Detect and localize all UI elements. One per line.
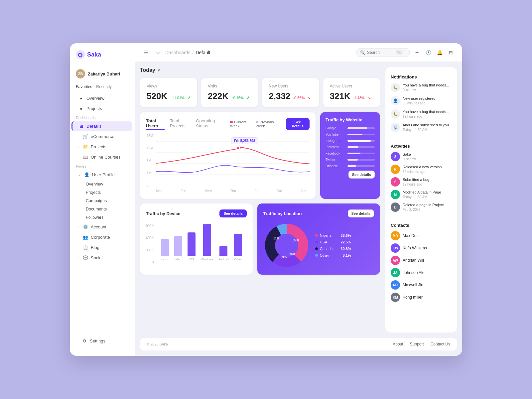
copyright: © 2023 Saka — [147, 342, 168, 346]
contact-3[interactable]: JA Johnson Ale — [391, 268, 452, 277]
traffic-see-details-btn[interactable]: See details — [348, 171, 375, 179]
activity-avatar-4: D — [391, 202, 400, 212]
tab-total-users[interactable]: Total Users — [146, 118, 165, 130]
tab-operating-status[interactable]: Operating Status — [196, 118, 222, 130]
sidebar-toggle-btn[interactable]: ☰ — [141, 48, 151, 57]
contacts-title: Contacts — [391, 223, 452, 228]
notifications-btn[interactable]: 🔔 — [435, 48, 444, 57]
contact-1[interactable]: KW Kofo Williams — [391, 243, 452, 253]
activity-time-4: Feb 2, 2023 — [403, 208, 444, 211]
sidebar-item-projects-fav[interactable]: ● Projects — [72, 104, 132, 113]
footer-about[interactable]: About — [393, 342, 403, 346]
book-icon: 📖 — [83, 155, 88, 160]
footer-support[interactable]: Support — [410, 342, 424, 346]
sidebar-item-overview[interactable]: ● Overview — [72, 93, 132, 103]
bar-ios: iOS — [188, 232, 196, 261]
sidebar-item-up-overview[interactable]: Overview — [82, 180, 132, 188]
notif-1: 👤 New user registered 59 minutes ago — [391, 96, 452, 105]
chart-tooltip: Fri: 5,256,598 — [231, 137, 258, 144]
activity-text-1: Released a new version — [403, 165, 442, 169]
dot-icon: ● — [78, 106, 84, 111]
footer-links: About Support Contact Us — [393, 342, 450, 346]
sidebar-item-ecommerce[interactable]: › 🛒 eCommerce — [72, 132, 132, 141]
tab-total-projects[interactable]: Total Projects — [170, 118, 191, 130]
location-see-details-btn[interactable]: See details — [348, 209, 374, 217]
activity-avatar-1: R — [391, 165, 400, 174]
gear-icon: ⚙ — [82, 338, 87, 343]
contact-avatar-0: MD — [391, 231, 400, 240]
location-title: Traffic by Location — [263, 211, 302, 216]
activity-text-0: Saka — [403, 152, 416, 157]
traffic-row-facebook: Facebook — [326, 152, 375, 155]
activity-4: D Deleted a page in Project Feb 2, 2023 — [391, 202, 452, 212]
sidebar-item-online-courses[interactable]: › 📖 Online Courses — [72, 152, 132, 162]
chart-header: Total Users Total Projects Operating Sta… — [146, 118, 310, 130]
sidebar-item-default[interactable]: ⊞ Default — [71, 121, 132, 131]
user-profile-sub: Overview Projects Campaigns Documents Fo… — [70, 180, 135, 222]
sidebar-item-up-projects[interactable]: Projects — [82, 189, 132, 197]
stat-value-visits: 222K +9.15% ↗ — [208, 91, 251, 101]
location-header: Traffic by Location See details — [263, 209, 374, 217]
layout-btn[interactable]: ⊟ — [446, 48, 456, 57]
sidebar-item-user-profile[interactable]: ∨ 👤 User Profile — [72, 170, 132, 180]
breadcrumb-parent[interactable]: Dashboards — [165, 50, 191, 55]
activity-1: R Released a new version 59 minutes ago — [391, 165, 452, 174]
sidebar-item-corporate[interactable]: › 👥 Corporate — [72, 232, 132, 242]
pages-label: Pages — [70, 162, 135, 170]
star-btn[interactable]: ☆ — [153, 48, 163, 57]
stat-label-visits: Visits — [208, 84, 251, 88]
sidebar-item-projects[interactable]: › 📁 Projects — [72, 142, 132, 152]
chart-more-btn[interactable]: ··· — [281, 121, 286, 127]
activity-avatar-2: S — [391, 177, 400, 187]
contact-avatar-2: AW — [391, 256, 400, 265]
contact-0[interactable]: MD Max Don — [391, 231, 452, 240]
user-icon: 👤 — [84, 172, 89, 177]
sidebar-item-settings[interactable]: ⚙ Settings — [76, 336, 129, 346]
traffic-row-google: Google — [326, 126, 375, 130]
notif-time-0: Just now — [403, 88, 449, 92]
activity-0: S Saka Just now — [391, 152, 452, 161]
sidebar-item-blog[interactable]: › 📋 Blog — [72, 243, 132, 252]
search-input[interactable] — [367, 50, 394, 55]
contact-avatar-5: KM — [391, 293, 400, 302]
see-details-btn[interactable]: See details — [286, 118, 310, 130]
chart-legend: Current Week Previous Week — [230, 120, 279, 128]
stat-label-active-users: Active Users — [330, 84, 373, 88]
sidebar-item-up-campaigns[interactable]: Campaigns — [82, 197, 132, 205]
device-see-details-btn[interactable]: See details — [219, 209, 246, 217]
settings-section: ⚙ Settings — [70, 333, 135, 349]
sidebar-item-up-followers[interactable]: Followers — [82, 213, 132, 221]
bug-icon-2: 🐛 — [391, 109, 400, 119]
user-profile[interactable]: ZB Zakariya Buhari — [70, 66, 135, 82]
legend-dot-current — [230, 121, 233, 123]
svg-text:39%: 39% — [281, 255, 287, 259]
notif-text-1: New user registered — [403, 96, 435, 101]
donut-svg: 11% 24% 39% 26% — [263, 222, 310, 269]
tab-favorites[interactable]: Favorites — [76, 84, 92, 89]
chevron-icon: › — [78, 256, 79, 260]
stat-value-views: 520K +11.01% ↗ — [147, 91, 191, 101]
tab-recently[interactable]: Recently — [96, 84, 112, 89]
sidebar: Saka ZB Zakariya Buhari Favorites Recent… — [70, 43, 135, 356]
footer-contact[interactable]: Contact Us — [431, 342, 450, 346]
bottom-row: Traffic by Device See details 900K600K30… — [140, 203, 380, 275]
sidebar-item-up-documents[interactable]: Documents — [82, 205, 132, 213]
logo-icon — [76, 50, 85, 59]
theme-toggle-btn[interactable]: ☀ — [412, 48, 422, 57]
today-arrow[interactable]: ∨ — [157, 68, 160, 72]
search-icon: 🔍 — [360, 50, 365, 55]
bar-chart-container: 900K600K300K0 Linux Mac — [146, 221, 247, 264]
search-box: 🔍 ⌘/ — [356, 48, 410, 57]
activity-avatar-0: S — [391, 152, 400, 161]
notif-text-3: Andi Lane subscribed to you — [403, 123, 449, 127]
contact-5[interactable]: KM Kong miller — [391, 293, 452, 302]
traffic-row-youtube: YouTube — [326, 133, 375, 136]
contact-2[interactable]: AW Andrian Will — [391, 256, 452, 265]
contact-4[interactable]: MJ Maxwell Jin — [391, 280, 452, 290]
traffic-website-title: Traffic by Website — [326, 117, 375, 122]
traffic-website-card: Traffic by Website Google YouTube Instag… — [320, 112, 380, 199]
sidebar-item-social[interactable]: › 💬 Social — [72, 253, 132, 263]
history-btn[interactable]: 🕐 — [424, 48, 433, 57]
avatar: ZB — [76, 69, 85, 78]
sidebar-item-account[interactable]: › ⚙️ Account — [72, 222, 132, 232]
